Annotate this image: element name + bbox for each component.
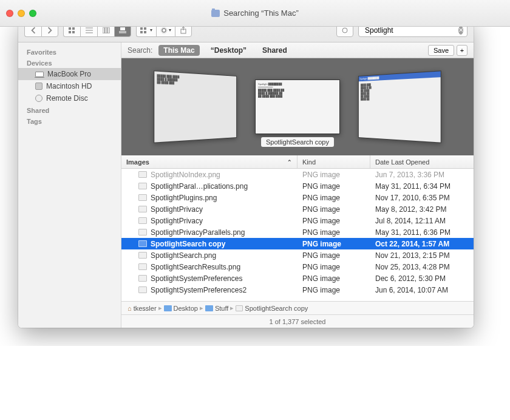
table-row[interactable]: SpotlightPlugins.pngPNG imageNov 17, 201… [121, 192, 474, 203]
file-name: SpotlightSearch copy [151, 240, 225, 248]
table-row[interactable]: SpotlightSystemPreferences2PNG imageJun … [121, 284, 474, 296]
toolbar: Searching “This Mac” [18, 18, 474, 42]
coverflow-thumb-current[interactable]: Spotlight ████████━━━━━━━━━━━━█████ ███ … [255, 80, 340, 134]
file-date: Nov 25, 2013, 4:28 PM [370, 263, 474, 271]
file-name: SpotlightSearchResults.png [151, 263, 240, 271]
file-icon [138, 240, 147, 247]
file-kind: PNG image [298, 217, 370, 225]
table-row[interactable]: SpotlightSearch copyPNG imageOct 22, 201… [121, 238, 474, 249]
search-label: Search: [127, 46, 152, 55]
column-name[interactable]: Images ⌃ [121, 155, 298, 168]
sidebar-section-tags[interactable]: Tags [18, 115, 121, 126]
path-bar: ⌂ tkessler ▸ Desktop ▸ Stuff ▸ Spotlight… [121, 301, 474, 314]
column-headers: Images ⌃ Kind Date Last Opened [121, 155, 474, 169]
file-date: Dec 6, 2012, 5:30 PM [370, 274, 474, 283]
file-icon [138, 183, 147, 189]
file-list[interactable]: SpotlightNoIndex.pngPNG imageJun 7, 2013… [121, 169, 474, 301]
file-date: Oct 22, 2014, 1:57 AM [370, 240, 474, 248]
save-search-button[interactable]: Save [428, 45, 454, 56]
svg-rect-10 [120, 27, 125, 30]
file-name: SpotlightParal…plications.png [151, 182, 248, 191]
file-name: SpotlightSystemPreferences [151, 274, 242, 283]
hd-icon [35, 83, 42, 90]
svg-rect-3 [72, 31, 75, 33]
gear-icon [160, 27, 168, 34]
file-icon [138, 286, 147, 293]
coverflow-thumb-prev[interactable]: █████ ███ ████████ █ ████████ ████ ███ [154, 70, 237, 143]
file-kind: PNG image [298, 263, 370, 271]
coverflow-caption: SpotlightSearch copy [261, 137, 334, 147]
file-kind: PNG image [298, 182, 370, 191]
chevron-right-icon: ▸ [200, 304, 203, 312]
file-name: SpotlightPlugins.png [151, 194, 217, 202]
scope-desktop[interactable]: “Desktop” [206, 45, 251, 56]
sidebar-item-macintosh-hd[interactable]: Macintosh HD [18, 80, 121, 92]
file-name: SpotlightNoIndex.png [151, 171, 220, 179]
file-name: SpotlightPrivacy [151, 217, 203, 225]
sidebar-section-shared[interactable]: Shared [18, 104, 121, 115]
svg-rect-1 [72, 27, 75, 30]
svg-rect-14 [144, 27, 146, 30]
file-name: SpotlightPrivacyParallels.png [151, 228, 245, 237]
file-name: SpotlightPrivacy [151, 205, 203, 214]
sidebar-section-devices[interactable]: Devices [18, 57, 121, 68]
sort-ascending-icon: ⌃ [287, 159, 292, 165]
scope-this-mac[interactable]: This Mac [158, 45, 199, 56]
share-icon [180, 27, 186, 34]
content-area: Search: This Mac “Desktop” Shared Save +… [121, 42, 474, 328]
svg-point-17 [162, 29, 166, 32]
sidebar-item-macbook-pro[interactable]: MacBook Pro [18, 68, 121, 80]
finder-window: Searching “This Mac” [18, 18, 474, 328]
sidebar-item-label: Remote Disc [46, 94, 88, 103]
column-date[interactable]: Date Last Opened [370, 155, 474, 168]
table-row[interactable]: SpotlightNoIndex.pngPNG imageJun 7, 2013… [121, 169, 474, 180]
clear-search-button[interactable]: ✕ [458, 26, 463, 35]
file-icon [138, 171, 147, 178]
folder-icon [205, 305, 213, 311]
svg-rect-13 [140, 27, 143, 30]
file-icon [138, 229, 147, 235]
disc-icon [35, 95, 42, 102]
table-row[interactable]: SpotlightSearchResults.pngPNG imageNov 2… [121, 261, 474, 273]
tag-icon [341, 27, 348, 34]
file-kind: PNG image [298, 205, 370, 214]
table-row[interactable]: SpotlightPrivacyPNG imageJul 8, 2014, 12… [121, 215, 474, 226]
svg-rect-2 [69, 31, 71, 33]
table-row[interactable]: SpotlightParal…plications.pngPNG imageMa… [121, 180, 474, 192]
sidebar-section-favorites[interactable]: Favorites [18, 46, 121, 57]
path-segment[interactable]: SpotlightSearch copy [245, 305, 308, 312]
path-segment[interactable]: tkessler [134, 305, 157, 312]
scope-shared[interactable]: Shared [257, 45, 292, 56]
file-icon [138, 263, 147, 270]
file-date: Jun 7, 2013, 3:36 PM [370, 171, 474, 179]
file-kind: PNG image [298, 228, 370, 237]
file-name: SpotlightSearch.png [151, 251, 216, 260]
svg-rect-8 [105, 27, 107, 33]
file-icon [138, 206, 147, 212]
file-kind: PNG image [298, 171, 370, 179]
svg-rect-15 [140, 31, 143, 33]
coverflow-thumb-next[interactable]: Spotlight ████████ ████ ███████ █ ████ █… [358, 70, 441, 143]
table-row[interactable]: SpotlightSearch.pngPNG imageNov 21, 2013… [121, 249, 474, 261]
search-input[interactable] [365, 26, 456, 35]
file-kind: PNG image [298, 251, 370, 260]
file-icon [138, 217, 147, 224]
file-date: May 8, 2012, 3:42 PM [370, 205, 474, 214]
table-row[interactable]: SpotlightPrivacyPNG imageMay 8, 2012, 3:… [121, 203, 474, 215]
add-criteria-button[interactable]: + [457, 45, 467, 56]
file-kind: PNG image [298, 194, 370, 202]
path-segment[interactable]: Desktop [174, 305, 198, 312]
file-name: SpotlightSystemPreferences2 [151, 286, 246, 294]
coverflow-view[interactable]: █████ ███ ████████ █ ████████ ████ ███ S… [121, 58, 474, 155]
column-name-label: Images [126, 158, 149, 166]
file-icon [236, 305, 243, 311]
table-row[interactable]: SpotlightPrivacyParallels.pngPNG imageMa… [121, 226, 474, 238]
sidebar-item-label: MacBook Pro [47, 70, 91, 78]
sidebar-item-remote-disc[interactable]: Remote Disc [18, 92, 121, 104]
path-segment[interactable]: Stuff [215, 305, 228, 312]
file-kind: PNG image [298, 240, 370, 248]
column-kind[interactable]: Kind [298, 155, 370, 168]
search-scope-bar: Search: This Mac “Desktop” Shared Save + [121, 42, 474, 58]
table-row[interactable]: SpotlightSystemPreferencesPNG imageDec 6… [121, 273, 474, 284]
sidebar-item-label: Macintosh HD [46, 82, 92, 90]
